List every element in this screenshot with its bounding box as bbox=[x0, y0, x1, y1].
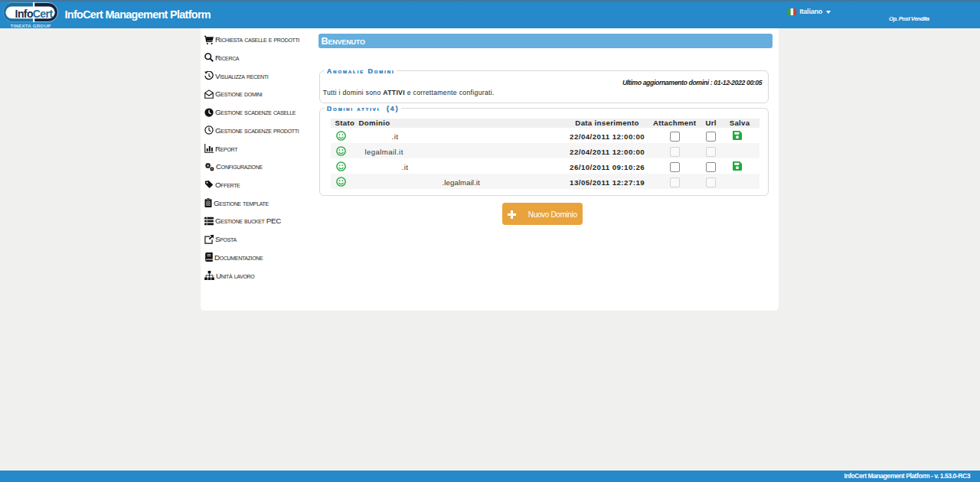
svg-text:InfoCert: InfoCert bbox=[15, 8, 54, 20]
